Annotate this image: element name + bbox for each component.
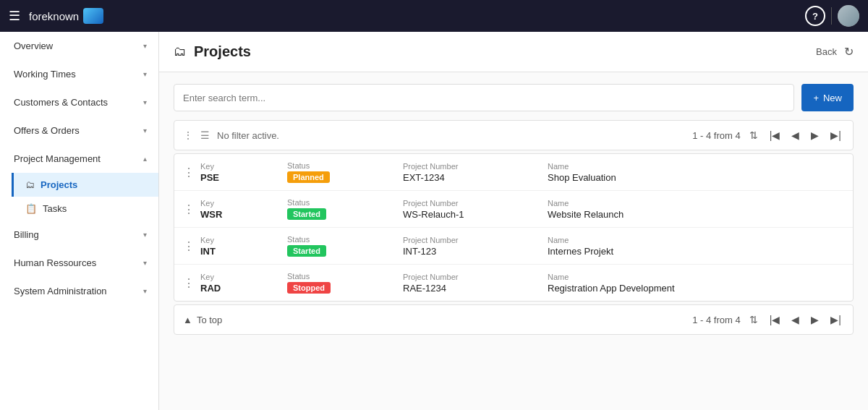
app-container: ☰ foreknown ? Overview ▾ Working Times ▾	[0, 0, 868, 410]
name-label: Name	[548, 273, 844, 281]
chevron-icon: ▾	[143, 287, 147, 295]
col-project-number: Project Number INT-123	[403, 236, 548, 257]
help-button[interactable]: ?	[805, 6, 825, 26]
col-status: Status Started	[287, 235, 403, 257]
status-label: Status	[287, 198, 403, 207]
first-page-button-bottom[interactable]: |◀	[767, 312, 783, 327]
sidebar-sub-item-projects[interactable]: 🗂 Projects	[12, 173, 158, 197]
row-menu-icon[interactable]: ⋮	[183, 129, 193, 141]
projects-icon: 🗂	[25, 179, 35, 190]
sidebar-item-offers-orders[interactable]: Offers & Orders ▾	[0, 116, 158, 145]
key-value: INT	[200, 246, 287, 257]
chevron-icon: ▾	[143, 98, 147, 106]
no-filter-text: No filter active.	[217, 130, 279, 141]
sidebar-sub-item-label: Tasks	[43, 203, 67, 214]
key-label: Key	[200, 162, 287, 171]
sidebar-item-billing[interactable]: Billing ▾	[0, 221, 158, 249]
name-label: Name	[548, 199, 844, 208]
project-number-label: Project Number	[403, 273, 548, 281]
sidebar-item-label: Human Ressources	[14, 257, 96, 268]
table-row[interactable]: ⋮ Key INT Status Started Project Number …	[174, 228, 853, 265]
chevron-icon: ▴	[143, 155, 147, 163]
name-value: Registration App Development	[548, 283, 844, 294]
page-icon: 🗂	[174, 44, 187, 59]
sidebar-item-overview[interactable]: Overview ▾	[0, 32, 158, 60]
col-key: Key PSE	[200, 162, 287, 183]
project-number-value: RAE-1234	[403, 283, 548, 294]
new-button-label: New	[823, 93, 842, 103]
sidebar-sub-item-tasks[interactable]: 📋 Tasks	[12, 197, 158, 221]
name-value: Shop Evaluation	[548, 172, 844, 183]
status-label: Status	[287, 161, 403, 170]
row-menu-icon[interactable]: ⋮	[183, 202, 200, 216]
next-page-button-bottom[interactable]: ▶	[808, 312, 822, 327]
sidebar-item-working-times[interactable]: Working Times ▾	[0, 60, 158, 88]
filter-right: 1 - 4 from 4 ⇅ |◀ ◀ ▶ ▶|	[692, 128, 844, 142]
col-status: Status Stopped	[287, 272, 403, 294]
next-page-button[interactable]: ▶	[808, 128, 822, 142]
prev-page-button-bottom[interactable]: ◀	[788, 312, 802, 327]
name-value: Website Relaunch	[548, 209, 844, 220]
table-row[interactable]: ⋮ Key RAD Status Stopped Project Number …	[174, 265, 853, 301]
project-number-label: Project Number	[403, 162, 548, 171]
table-row[interactable]: ⋮ Key WSR Status Started Project Number …	[174, 191, 853, 228]
logo-text: foreknown	[29, 10, 79, 22]
prev-page-button[interactable]: ◀	[788, 128, 802, 142]
col-name: Name Website Relaunch	[548, 199, 844, 220]
pagination-info: 1 - 4 from 4	[692, 130, 740, 141]
col-status: Status Started	[287, 198, 403, 220]
key-value: WSR	[200, 209, 287, 220]
status-badge: Stopped	[287, 282, 331, 294]
sort-button-bottom[interactable]: ⇅	[746, 312, 761, 327]
divider	[831, 7, 832, 25]
last-page-button-bottom[interactable]: ▶|	[827, 312, 844, 327]
sidebar-item-system-administration[interactable]: System Administration ▾	[0, 277, 158, 305]
logo: foreknown	[29, 8, 103, 24]
tasks-icon: 📋	[25, 203, 37, 214]
sidebar-item-label: Working Times	[14, 69, 76, 80]
new-button[interactable]: + New	[801, 84, 854, 111]
logo-icon	[83, 8, 103, 24]
col-status: Status Planned	[287, 161, 403, 183]
content-area: 🗂 Projects Back ↻ + New	[159, 32, 868, 410]
chevron-icon: ▾	[143, 231, 147, 239]
sidebar-item-customers-contacts[interactable]: Customers & Contacts ▾	[0, 88, 158, 116]
status-badge: Planned	[287, 171, 330, 183]
row-menu-icon[interactable]: ⋮	[183, 239, 200, 253]
col-key: Key INT	[200, 236, 287, 257]
refresh-button[interactable]: ↻	[844, 45, 854, 59]
last-page-button[interactable]: ▶|	[827, 128, 844, 142]
status-badge: Started	[287, 208, 326, 220]
status-badge: Started	[287, 245, 326, 257]
name-label: Name	[548, 162, 844, 171]
content-inner: + New ⋮ ☰ No filter active. 1 - 4 from 4…	[159, 72, 868, 346]
row-menu-icon[interactable]: ⋮	[183, 166, 200, 179]
filter-bar: ⋮ ☰ No filter active. 1 - 4 from 4 ⇅ |◀ …	[174, 120, 854, 150]
to-top-button[interactable]: ▲ To top	[183, 315, 222, 325]
name-label: Name	[548, 236, 844, 244]
hamburger-icon[interactable]: ☰	[9, 8, 20, 24]
avatar[interactable]	[838, 5, 859, 27]
table-row[interactable]: ⋮ Key PSE Status Planned Project Number …	[174, 154, 853, 191]
back-button[interactable]: Back	[816, 46, 837, 57]
status-label: Status	[287, 235, 403, 244]
row-menu-icon[interactable]: ⋮	[183, 276, 200, 290]
top-bar-right: ?	[805, 5, 859, 27]
col-project-number: Project Number RAE-1234	[403, 273, 548, 294]
sidebar-item-human-ressources[interactable]: Human Ressources ▾	[0, 249, 158, 277]
name-value: Internes Projekt	[548, 246, 844, 257]
project-number-value: EXT-1234	[403, 172, 548, 183]
filter-left: ⋮ ☰ No filter active.	[183, 129, 279, 141]
key-label: Key	[200, 199, 287, 208]
sidebar-item-label: Billing	[14, 229, 39, 240]
sidebar-item-project-management[interactable]: Project Management ▴	[0, 145, 158, 173]
project-number-label: Project Number	[403, 199, 548, 208]
sidebar-item-label: System Administration	[14, 286, 107, 296]
status-label: Status	[287, 272, 403, 281]
sort-button[interactable]: ⇅	[746, 128, 761, 142]
search-input[interactable]	[174, 84, 794, 111]
new-button-prefix: +	[813, 93, 819, 103]
filter-icon[interactable]: ☰	[200, 129, 210, 141]
chevron-icon: ▾	[143, 259, 147, 267]
first-page-button[interactable]: |◀	[767, 128, 783, 142]
